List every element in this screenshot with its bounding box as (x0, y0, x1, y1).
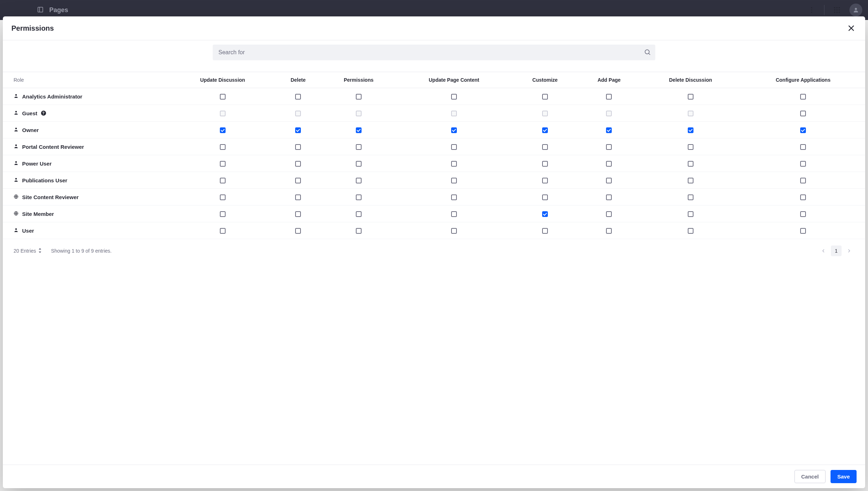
appbar-divider (824, 5, 824, 15)
svg-point-12 (836, 12, 838, 13)
svg-point-2 (811, 7, 812, 8)
svg-point-11 (834, 12, 836, 13)
svg-point-6 (836, 7, 838, 9)
pages-panel-icon (37, 6, 44, 14)
svg-point-4 (811, 12, 812, 13)
permissions-modal: Permissions Role Update DiscussionDelete… (3, 16, 865, 20)
user-avatar-button[interactable] (849, 4, 862, 16)
svg-point-7 (839, 7, 840, 9)
kebab-menu-button[interactable] (806, 5, 817, 15)
svg-point-3 (811, 9, 812, 10)
apps-grid-button[interactable] (832, 5, 842, 15)
svg-point-13 (839, 12, 840, 13)
svg-point-8 (834, 9, 836, 11)
svg-point-9 (836, 9, 838, 11)
svg-point-14 (855, 8, 857, 10)
svg-rect-0 (38, 7, 43, 12)
app-bar-title: Pages (49, 6, 68, 14)
svg-point-10 (839, 9, 840, 11)
svg-point-5 (834, 7, 836, 9)
